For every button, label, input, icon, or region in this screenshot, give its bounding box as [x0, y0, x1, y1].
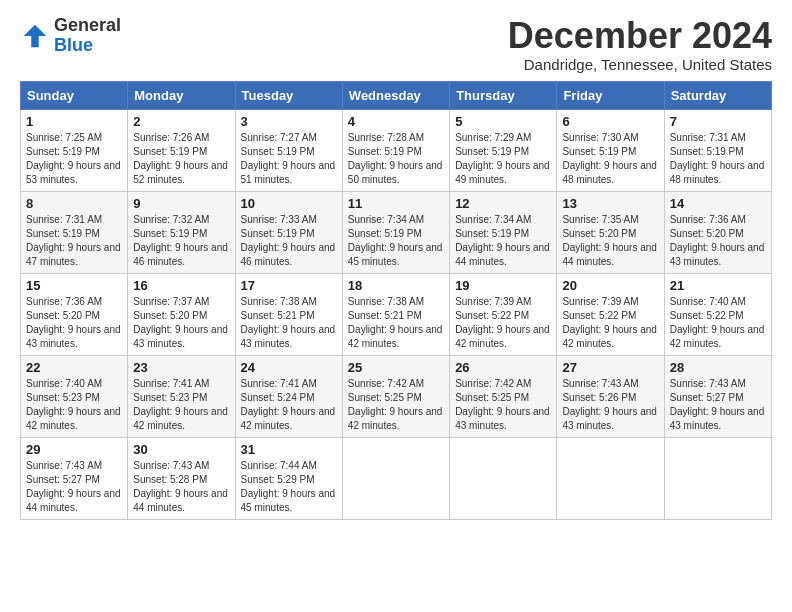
header-wednesday: Wednesday	[342, 81, 449, 109]
header-monday: Monday	[128, 81, 235, 109]
logo-icon	[20, 21, 50, 51]
calendar-cell: 10 Sunrise: 7:33 AM Sunset: 5:19 PM Dayl…	[235, 191, 342, 273]
day-number: 26	[455, 360, 551, 375]
day-info: Sunrise: 7:36 AM Sunset: 5:20 PM Dayligh…	[670, 213, 766, 269]
calendar-cell	[664, 437, 771, 519]
calendar-cell: 13 Sunrise: 7:35 AM Sunset: 5:20 PM Dayl…	[557, 191, 664, 273]
header-thursday: Thursday	[450, 81, 557, 109]
day-number: 11	[348, 196, 444, 211]
calendar-table: SundayMondayTuesdayWednesdayThursdayFrid…	[20, 81, 772, 520]
calendar-cell: 25 Sunrise: 7:42 AM Sunset: 5:25 PM Dayl…	[342, 355, 449, 437]
calendar-cell: 30 Sunrise: 7:43 AM Sunset: 5:28 PM Dayl…	[128, 437, 235, 519]
month-title: December 2024	[508, 16, 772, 56]
calendar-header: SundayMondayTuesdayWednesdayThursdayFrid…	[21, 81, 772, 109]
calendar-cell	[342, 437, 449, 519]
day-number: 1	[26, 114, 122, 129]
calendar-cell: 31 Sunrise: 7:44 AM Sunset: 5:29 PM Dayl…	[235, 437, 342, 519]
day-number: 17	[241, 278, 337, 293]
calendar-cell: 8 Sunrise: 7:31 AM Sunset: 5:19 PM Dayli…	[21, 191, 128, 273]
calendar-cell: 6 Sunrise: 7:30 AM Sunset: 5:19 PM Dayli…	[557, 109, 664, 191]
day-number: 19	[455, 278, 551, 293]
day-number: 25	[348, 360, 444, 375]
day-info: Sunrise: 7:29 AM Sunset: 5:19 PM Dayligh…	[455, 131, 551, 187]
day-info: Sunrise: 7:37 AM Sunset: 5:20 PM Dayligh…	[133, 295, 229, 351]
calendar-cell: 18 Sunrise: 7:38 AM Sunset: 5:21 PM Dayl…	[342, 273, 449, 355]
day-info: Sunrise: 7:31 AM Sunset: 5:19 PM Dayligh…	[670, 131, 766, 187]
day-number: 22	[26, 360, 122, 375]
day-info: Sunrise: 7:41 AM Sunset: 5:23 PM Dayligh…	[133, 377, 229, 433]
calendar-cell: 3 Sunrise: 7:27 AM Sunset: 5:19 PM Dayli…	[235, 109, 342, 191]
day-number: 27	[562, 360, 658, 375]
calendar-cell: 29 Sunrise: 7:43 AM Sunset: 5:27 PM Dayl…	[21, 437, 128, 519]
day-info: Sunrise: 7:43 AM Sunset: 5:27 PM Dayligh…	[670, 377, 766, 433]
week-row-1: 1 Sunrise: 7:25 AM Sunset: 5:19 PM Dayli…	[21, 109, 772, 191]
day-number: 21	[670, 278, 766, 293]
day-info: Sunrise: 7:34 AM Sunset: 5:19 PM Dayligh…	[348, 213, 444, 269]
calendar-cell: 12 Sunrise: 7:34 AM Sunset: 5:19 PM Dayl…	[450, 191, 557, 273]
day-number: 31	[241, 442, 337, 457]
title-section: December 2024 Dandridge, Tennessee, Unit…	[508, 16, 772, 73]
day-number: 13	[562, 196, 658, 211]
day-info: Sunrise: 7:39 AM Sunset: 5:22 PM Dayligh…	[455, 295, 551, 351]
calendar-cell: 9 Sunrise: 7:32 AM Sunset: 5:19 PM Dayli…	[128, 191, 235, 273]
day-info: Sunrise: 7:43 AM Sunset: 5:27 PM Dayligh…	[26, 459, 122, 515]
day-number: 18	[348, 278, 444, 293]
calendar-cell: 4 Sunrise: 7:28 AM Sunset: 5:19 PM Dayli…	[342, 109, 449, 191]
day-info: Sunrise: 7:30 AM Sunset: 5:19 PM Dayligh…	[562, 131, 658, 187]
day-info: Sunrise: 7:41 AM Sunset: 5:24 PM Dayligh…	[241, 377, 337, 433]
day-info: Sunrise: 7:43 AM Sunset: 5:28 PM Dayligh…	[133, 459, 229, 515]
calendar-cell: 1 Sunrise: 7:25 AM Sunset: 5:19 PM Dayli…	[21, 109, 128, 191]
calendar-cell: 28 Sunrise: 7:43 AM Sunset: 5:27 PM Dayl…	[664, 355, 771, 437]
calendar-cell: 2 Sunrise: 7:26 AM Sunset: 5:19 PM Dayli…	[128, 109, 235, 191]
day-info: Sunrise: 7:38 AM Sunset: 5:21 PM Dayligh…	[241, 295, 337, 351]
day-number: 12	[455, 196, 551, 211]
header-saturday: Saturday	[664, 81, 771, 109]
calendar-cell: 19 Sunrise: 7:39 AM Sunset: 5:22 PM Dayl…	[450, 273, 557, 355]
calendar-cell: 15 Sunrise: 7:36 AM Sunset: 5:20 PM Dayl…	[21, 273, 128, 355]
week-row-2: 8 Sunrise: 7:31 AM Sunset: 5:19 PM Dayli…	[21, 191, 772, 273]
header-row: SundayMondayTuesdayWednesdayThursdayFrid…	[21, 81, 772, 109]
calendar-cell: 5 Sunrise: 7:29 AM Sunset: 5:19 PM Dayli…	[450, 109, 557, 191]
calendar-cell: 16 Sunrise: 7:37 AM Sunset: 5:20 PM Dayl…	[128, 273, 235, 355]
day-info: Sunrise: 7:38 AM Sunset: 5:21 PM Dayligh…	[348, 295, 444, 351]
calendar-cell: 22 Sunrise: 7:40 AM Sunset: 5:23 PM Dayl…	[21, 355, 128, 437]
day-number: 20	[562, 278, 658, 293]
day-number: 15	[26, 278, 122, 293]
location-title: Dandridge, Tennessee, United States	[508, 56, 772, 73]
day-number: 5	[455, 114, 551, 129]
day-info: Sunrise: 7:36 AM Sunset: 5:20 PM Dayligh…	[26, 295, 122, 351]
svg-marker-0	[24, 25, 47, 48]
header-tuesday: Tuesday	[235, 81, 342, 109]
calendar-cell: 24 Sunrise: 7:41 AM Sunset: 5:24 PM Dayl…	[235, 355, 342, 437]
day-number: 23	[133, 360, 229, 375]
calendar-cell	[450, 437, 557, 519]
calendar-cell: 14 Sunrise: 7:36 AM Sunset: 5:20 PM Dayl…	[664, 191, 771, 273]
day-info: Sunrise: 7:25 AM Sunset: 5:19 PM Dayligh…	[26, 131, 122, 187]
day-number: 24	[241, 360, 337, 375]
day-info: Sunrise: 7:40 AM Sunset: 5:23 PM Dayligh…	[26, 377, 122, 433]
page-header: General Blue December 2024 Dandridge, Te…	[20, 16, 772, 73]
week-row-4: 22 Sunrise: 7:40 AM Sunset: 5:23 PM Dayl…	[21, 355, 772, 437]
header-sunday: Sunday	[21, 81, 128, 109]
day-info: Sunrise: 7:32 AM Sunset: 5:19 PM Dayligh…	[133, 213, 229, 269]
logo: General Blue	[20, 16, 121, 56]
calendar-cell: 17 Sunrise: 7:38 AM Sunset: 5:21 PM Dayl…	[235, 273, 342, 355]
calendar-cell	[557, 437, 664, 519]
day-number: 30	[133, 442, 229, 457]
calendar-cell: 27 Sunrise: 7:43 AM Sunset: 5:26 PM Dayl…	[557, 355, 664, 437]
day-info: Sunrise: 7:35 AM Sunset: 5:20 PM Dayligh…	[562, 213, 658, 269]
day-number: 7	[670, 114, 766, 129]
day-info: Sunrise: 7:42 AM Sunset: 5:25 PM Dayligh…	[348, 377, 444, 433]
day-number: 9	[133, 196, 229, 211]
day-info: Sunrise: 7:28 AM Sunset: 5:19 PM Dayligh…	[348, 131, 444, 187]
header-friday: Friday	[557, 81, 664, 109]
day-number: 4	[348, 114, 444, 129]
week-row-5: 29 Sunrise: 7:43 AM Sunset: 5:27 PM Dayl…	[21, 437, 772, 519]
day-number: 16	[133, 278, 229, 293]
week-row-3: 15 Sunrise: 7:36 AM Sunset: 5:20 PM Dayl…	[21, 273, 772, 355]
calendar-cell: 23 Sunrise: 7:41 AM Sunset: 5:23 PM Dayl…	[128, 355, 235, 437]
calendar-cell: 26 Sunrise: 7:42 AM Sunset: 5:25 PM Dayl…	[450, 355, 557, 437]
day-info: Sunrise: 7:31 AM Sunset: 5:19 PM Dayligh…	[26, 213, 122, 269]
day-info: Sunrise: 7:43 AM Sunset: 5:26 PM Dayligh…	[562, 377, 658, 433]
day-number: 29	[26, 442, 122, 457]
